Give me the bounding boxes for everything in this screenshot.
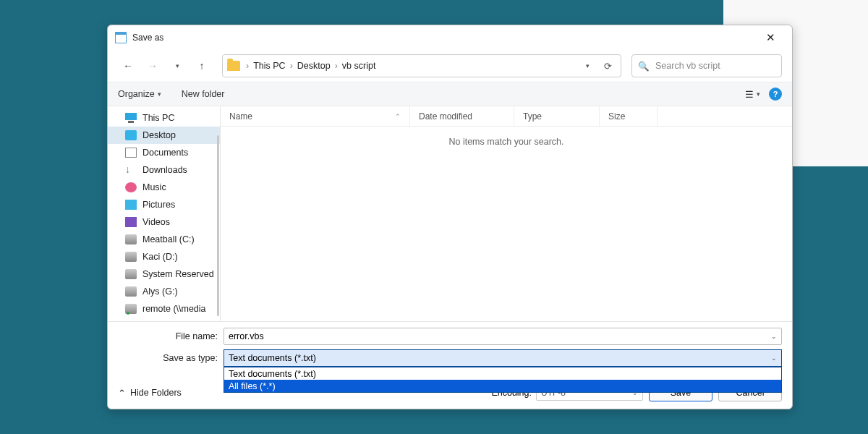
new-folder-button[interactable]: New folder [182,89,225,99]
close-button[interactable]: ✕ [754,27,786,48]
sidebar-item-label: Pictures [142,200,175,210]
net-icon [125,304,137,314]
toolbar: Organize ▾ New folder ☰ ▾ ? [108,82,792,106]
breadcrumb-this-pc[interactable]: This PC [252,61,286,71]
search-icon: 🔍 [638,61,650,72]
sidebar-item-downloads[interactable]: ↓Downloads [108,161,220,179]
sidebar-item-label: Alys (G:) [142,286,178,297]
drive-icon [125,252,137,262]
forward-button[interactable]: → [142,56,163,76]
savetype-value: Text documents (*.txt) [229,353,316,363]
breadcrumb-sep: › [335,61,338,71]
sidebar-item-alys-g-[interactable]: Alys (G:) [108,283,220,300]
column-name[interactable]: Name⌃ [221,106,410,126]
sidebar-item-label: Documents [142,148,188,158]
view-options-button[interactable]: ☰ ▾ [745,89,760,100]
breadcrumb-sep: › [290,61,293,71]
column-headers: Name⌃ Date modified Type Size [221,106,792,127]
search-box[interactable]: 🔍 Search vb script [631,54,782,77]
back-button[interactable]: ← [118,56,138,76]
sidebar-item-label: Meatball (C:) [142,234,195,244]
search-placeholder: Search vb script [655,61,720,71]
breadcrumb-desktop[interactable]: Desktop [296,61,332,71]
savetype-option-all[interactable]: All files (*.*) [224,380,781,392]
sidebar-item-label: Desktop [142,130,176,140]
sidebar-item-documents[interactable]: Documents [108,144,220,161]
folder-icon [227,61,240,71]
navigation-bar: ← → ▾ ↑ › This PC › Desktop › vb script … [108,50,792,82]
address-bar[interactable]: › This PC › Desktop › vb script ▾ ⟳ [222,54,621,77]
sidebar-item-music[interactable]: Music [108,179,220,196]
column-size[interactable]: Size [600,106,658,126]
filename-input[interactable]: error.vbs ⌄ [224,328,782,345]
empty-message: No items match your search. [221,127,792,321]
vid-icon [125,217,137,227]
sidebar-item-videos[interactable]: Videos [108,213,220,231]
sidebar-item-desktop[interactable]: Desktop [108,127,220,144]
chevron-up-icon: ⌃ [118,388,126,399]
chevron-down-icon[interactable]: ⌄ [771,333,777,340]
sidebar-item-meatball-c-[interactable]: Meatball (C:) [108,231,220,248]
dialog-body: This PCDesktopDocuments↓DownloadsMusicPi… [108,106,792,321]
sidebar-scrollbar[interactable] [217,135,219,316]
savetype-combo[interactable]: Text documents (*.txt) ⌄ Text documents … [224,349,782,367]
sidebar-item-label: remote (\\media [142,304,206,314]
chevron-down-icon: ⌄ [771,354,777,362]
breadcrumb-vb-script[interactable]: vb script [341,61,378,71]
sidebar-item-label: Videos [142,217,170,227]
filename-label: File name: [118,331,224,341]
notepad-icon [115,32,127,43]
drive-icon [125,234,137,244]
sidebar-item-pictures[interactable]: Pictures [108,196,220,213]
drive-icon [125,286,137,297]
sidebar-item-label: Downloads [142,165,187,175]
savetype-label: Save as type: [118,353,224,363]
up-button[interactable]: ↑ [192,56,212,76]
footer: File name: error.vbs ⌄ Save as type: Tex… [108,321,792,409]
organize-label: Organize [118,89,155,99]
breadcrumb-sep: › [246,61,249,71]
titlebar: Save as ✕ [108,25,792,50]
drive-icon [125,269,137,279]
column-type[interactable]: Type [514,106,600,126]
sidebar: This PCDesktopDocuments↓DownloadsMusicPi… [108,106,221,321]
organize-menu[interactable]: Organize ▾ [118,89,161,99]
sidebar-item-remote-media[interactable]: remote (\\media [108,300,220,318]
dl-icon: ↓ [125,165,137,175]
sidebar-item-kaci-d-[interactable]: Kaci (D:) [108,248,220,265]
savetype-dropdown: Text documents (*.txt) All files (*.*) [224,367,782,393]
pc-icon [125,113,137,123]
sidebar-item-label: System Reserved [142,269,214,279]
sidebar-item-system-reserved[interactable]: System Reserved [108,265,220,283]
address-history-button[interactable]: ▾ [579,57,596,75]
pic-icon [125,200,137,210]
dialog-title: Save as [132,33,163,43]
column-date[interactable]: Date modified [410,106,514,126]
savetype-option-txt[interactable]: Text documents (*.txt) [224,367,781,380]
recent-locations-button[interactable]: ▾ [167,56,187,76]
doc-icon [125,148,137,158]
save-as-dialog: Save as ✕ ← → ▾ ↑ › This PC › Desktop › … [107,25,793,409]
file-list-pane: Name⌃ Date modified Type Size No items m… [221,106,792,321]
sidebar-item-this-pc[interactable]: This PC [108,109,220,127]
filename-value: error.vbs [229,331,264,341]
desktop-icon [125,130,137,140]
help-button[interactable]: ? [769,88,782,101]
hide-folders-label: Hide Folders [130,388,182,398]
sidebar-item-label: Kaci (D:) [142,252,178,262]
sort-indicator-icon: ⌃ [395,113,401,120]
refresh-button[interactable]: ⟳ [599,57,616,75]
music-icon [125,182,137,192]
chevron-down-icon: ▾ [158,90,161,98]
sidebar-item-label: This PC [142,113,174,123]
hide-folders-button[interactable]: ⌃ Hide Folders [118,388,182,399]
sidebar-item-label: Music [142,182,166,192]
